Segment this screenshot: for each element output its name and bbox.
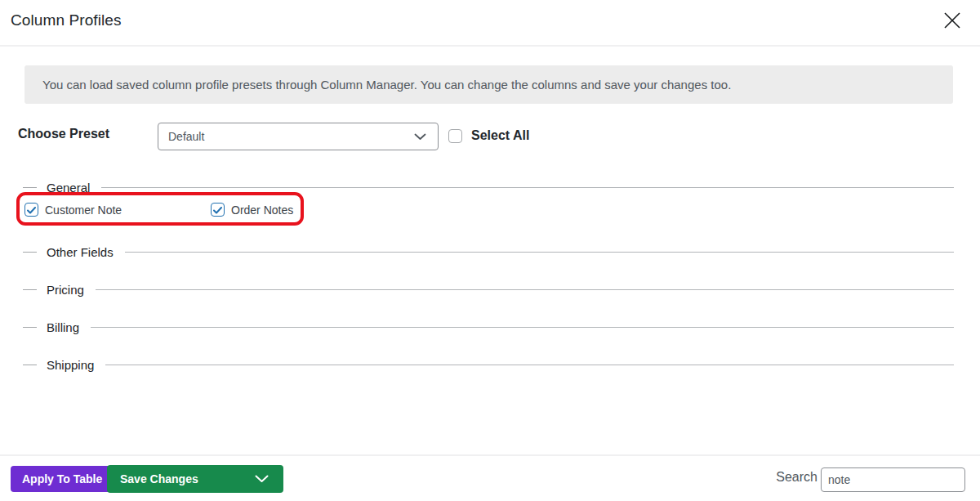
section-label: Other Fields: [47, 245, 114, 259]
preset-select[interactable]: Default: [158, 123, 439, 150]
column-option-order-notes[interactable]: Order Notes: [211, 203, 293, 217]
order-notes-label: Order Notes: [231, 204, 293, 217]
divider: [23, 252, 37, 253]
close-icon: [941, 9, 964, 34]
close-button[interactable]: [939, 8, 965, 34]
select-all-label[interactable]: Select All: [471, 128, 529, 143]
chevron-down-icon[interactable]: [255, 472, 269, 485]
divider: [23, 327, 37, 328]
column-option-customer-note[interactable]: Customer Note: [24, 203, 122, 217]
divider: [105, 365, 954, 365]
divider: [125, 252, 954, 253]
chevron-down-icon: [414, 129, 426, 144]
section-label: General: [47, 181, 90, 195]
divider: [23, 289, 37, 290]
choose-preset-label: Choose Preset: [18, 127, 109, 141]
divider: [23, 365, 37, 365]
info-banner-text: You can load saved column profile preset…: [42, 78, 731, 92]
search-label: Search: [776, 470, 817, 485]
preset-select-value: Default: [168, 130, 204, 143]
section-header-pricing: Pricing: [23, 282, 954, 297]
divider: [91, 327, 954, 328]
modal-footer: Apply To Table Save Changes Search: [0, 454, 980, 501]
section-header-billing: Billing: [23, 320, 954, 334]
save-changes-label: Save Changes: [120, 472, 198, 485]
section-header-shipping: Shipping: [23, 357, 954, 372]
section-header-other-fields: Other Fields: [23, 244, 954, 259]
apply-to-table-button[interactable]: Apply To Table: [11, 466, 114, 492]
section-label: Shipping: [47, 358, 94, 372]
page-title: Column Profiles: [11, 11, 122, 29]
customer-note-label: Customer Note: [45, 204, 122, 217]
checkmark-icon: [213, 203, 222, 217]
modal-header: Column Profiles: [0, 0, 980, 47]
column-profiles-modal: Column Profiles You can load saved colum…: [0, 0, 980, 501]
section-label: Pricing: [47, 283, 84, 297]
info-banner: You can load saved column profile preset…: [24, 65, 953, 104]
divider: [23, 187, 37, 188]
customer-note-checkbox[interactable]: [24, 203, 38, 217]
divider: [101, 187, 954, 188]
section-label: Billing: [47, 320, 79, 334]
checkmark-icon: [27, 203, 36, 217]
divider: [96, 289, 954, 290]
save-changes-button[interactable]: Save Changes: [107, 465, 283, 493]
select-all-checkbox[interactable]: [448, 129, 462, 143]
section-header-general: General: [23, 180, 954, 195]
order-notes-checkbox[interactable]: [211, 203, 225, 217]
search-input[interactable]: [821, 467, 965, 492]
